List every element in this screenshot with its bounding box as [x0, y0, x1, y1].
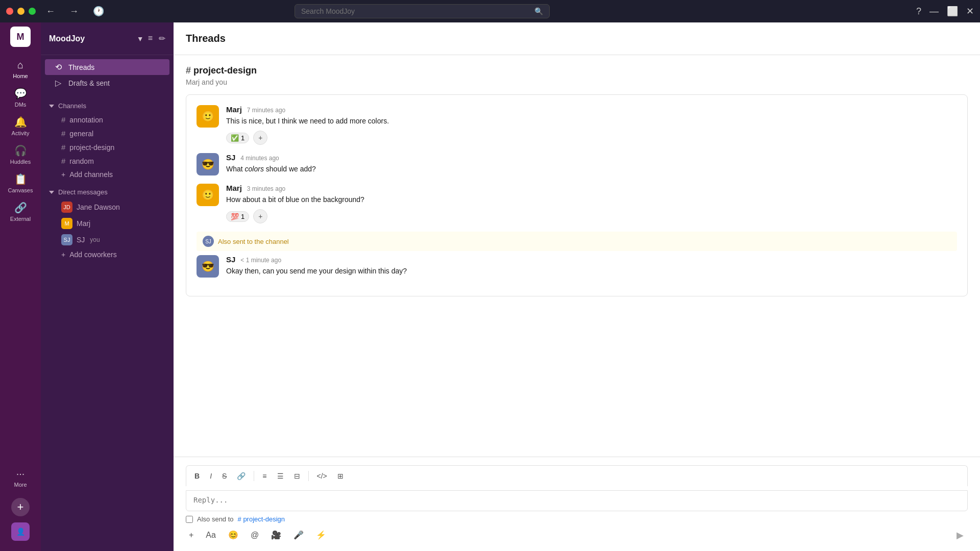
- dm-collapse-icon: [49, 191, 54, 194]
- code-button[interactable]: </>: [313, 470, 331, 482]
- link-button[interactable]: 🔗: [233, 470, 250, 482]
- filter-icon[interactable]: ≡: [148, 34, 153, 43]
- message-3-reactions: 💯 1 +: [226, 209, 957, 223]
- dm-marj[interactable]: M Marj: [45, 215, 169, 232]
- sidebar-item-huddles[interactable]: 🎧 Huddles: [4, 140, 37, 169]
- video-button[interactable]: 🎥: [268, 527, 284, 543]
- attach-button[interactable]: +: [186, 528, 197, 543]
- reaction-checkmark[interactable]: ✅ 1: [226, 133, 249, 143]
- activity-icon: 🔔: [14, 116, 27, 128]
- user-avatar-icon: 👤: [16, 528, 25, 536]
- dm-jane-dawson[interactable]: JD Jane Dawson: [45, 199, 169, 215]
- ordered-list-button[interactable]: ≡: [258, 470, 271, 482]
- avatar-icon-sj: 😎: [202, 158, 214, 170]
- bold-button[interactable]: B: [190, 470, 204, 482]
- workspace-name[interactable]: MoodJoy: [49, 34, 133, 43]
- minimize-icon[interactable]: —: [929, 6, 939, 17]
- maximize-icon[interactable]: ⬜: [947, 6, 958, 17]
- external-icon: 🔗: [14, 202, 27, 214]
- forward-button[interactable]: →: [65, 4, 83, 19]
- search-input[interactable]: [301, 7, 534, 15]
- add-channels-item[interactable]: + Add channels: [45, 168, 169, 181]
- channel-random[interactable]: # random: [45, 154, 169, 168]
- workspace-logo[interactable]: M: [10, 27, 31, 47]
- format-button[interactable]: Aa: [203, 528, 219, 543]
- italic-button[interactable]: I: [206, 470, 216, 482]
- avatar-icon-marj: 🙂: [202, 110, 214, 122]
- sidebar-threads[interactable]: ⟲ Threads: [45, 59, 169, 75]
- avatar-marj-1: 🙂: [197, 105, 219, 128]
- sidebar-item-external[interactable]: 🔗 External: [4, 197, 37, 226]
- search-icon: 🔍: [534, 7, 543, 15]
- channel-name: random: [69, 157, 93, 165]
- dm-section-header[interactable]: Direct messages: [41, 185, 174, 199]
- channels-section-header[interactable]: Channels: [41, 99, 174, 113]
- history-button[interactable]: 🕐: [89, 4, 108, 19]
- sidebar-item-dms[interactable]: 💬 DMs: [4, 83, 37, 112]
- search-bar[interactable]: 🔍: [295, 4, 550, 18]
- channel-general[interactable]: # general: [45, 127, 169, 140]
- huddles-label: Huddles: [10, 159, 31, 165]
- emoji-button[interactable]: 😊: [225, 527, 241, 543]
- strikethrough-button[interactable]: S: [218, 470, 231, 482]
- reaction-emoji-3: 💯: [231, 213, 239, 220]
- channel-name-heading: # project-design: [186, 65, 968, 76]
- shortcuts-button[interactable]: ⚡: [313, 527, 329, 543]
- user-avatar[interactable]: 👤: [11, 522, 30, 541]
- add-coworkers-item[interactable]: + Add coworkers: [45, 248, 169, 261]
- message-1-author: Marj: [226, 105, 242, 114]
- unordered-list-button[interactable]: ☰: [273, 470, 288, 482]
- minimize-button[interactable]: [17, 8, 24, 15]
- main-header: Threads: [174, 22, 980, 55]
- add-workspace-button[interactable]: +: [11, 498, 30, 516]
- message-3-content: Marj 3 minutes ago How about a bit of bl…: [226, 184, 957, 223]
- send-button[interactable]: ▶: [952, 528, 968, 543]
- channel-participants: Marj and you: [186, 78, 968, 86]
- more-label: More: [14, 482, 27, 488]
- compose-icon[interactable]: ✏: [159, 34, 165, 43]
- mention-button[interactable]: @: [248, 528, 262, 543]
- dm-sj[interactable]: SJ SJ you: [45, 232, 169, 248]
- message-4-text: Okay then, can you send me your design w…: [226, 266, 957, 277]
- add-reaction-3[interactable]: +: [253, 209, 267, 223]
- maximize-button[interactable]: [29, 8, 36, 15]
- message-1: 🙂 Marj 7 minutes ago This is nice, but I…: [197, 105, 957, 145]
- message-2-author: SJ: [226, 153, 235, 162]
- message-4: 😎 SJ < 1 minute ago Okay then, can you s…: [197, 255, 957, 278]
- channel-name: annotation: [69, 116, 103, 124]
- reply-input[interactable]: [193, 496, 960, 504]
- channel-name: general: [69, 130, 93, 138]
- reaction-100[interactable]: 💯 1: [226, 211, 249, 222]
- reply-area: B I S 🔗 ≡ ☰ ⊟ </> ⊞ Also send to # proje…: [174, 457, 980, 551]
- sidebar-item-activity[interactable]: 🔔 Activity: [4, 112, 37, 140]
- sidebar-item-home[interactable]: ⌂ Home: [4, 55, 37, 83]
- channel-project-design[interactable]: # project-design: [45, 140, 169, 154]
- channel-annotation[interactable]: # annotation: [45, 113, 169, 127]
- close-icon[interactable]: ✕: [966, 6, 974, 17]
- close-button[interactable]: [6, 8, 13, 15]
- main-content: Threads # project-design Marj and you 🙂: [174, 22, 980, 551]
- threads-icon: ⟲: [53, 62, 63, 72]
- dms-label: DMs: [15, 102, 27, 108]
- back-button[interactable]: ←: [42, 4, 59, 19]
- audio-button[interactable]: 🎤: [290, 527, 307, 543]
- dm-section-label: Direct messages: [58, 188, 108, 196]
- thread-channel-header: # project-design Marj and you: [186, 65, 968, 86]
- add-channels-icon: +: [61, 170, 65, 179]
- message-1-header: Marj 7 minutes ago: [226, 105, 957, 114]
- help-icon[interactable]: ?: [916, 6, 921, 17]
- sidebar: MoodJoy ▼ ≡ ✏ ⟲ Threads ▷ Drafts & sent …: [41, 22, 174, 551]
- reply-input-area[interactable]: [186, 490, 968, 511]
- avatar-sj-2: 😎: [197, 153, 219, 176]
- also-send-checkbox[interactable]: [186, 516, 193, 523]
- indent-button[interactable]: ⊟: [290, 470, 304, 482]
- sidebar-item-more[interactable]: ··· More: [4, 464, 37, 492]
- sidebar-item-canvases[interactable]: 📋 Canvases: [4, 169, 37, 197]
- activity-label: Activity: [12, 130, 30, 136]
- sidebar-drafts[interactable]: ▷ Drafts & sent: [45, 75, 169, 91]
- hash-icon: #: [61, 157, 65, 165]
- add-reaction-1[interactable]: +: [253, 131, 267, 145]
- block-button[interactable]: ⊞: [333, 470, 348, 482]
- message-3-author: Marj: [226, 184, 242, 192]
- message-2-header: SJ 4 minutes ago: [226, 153, 957, 162]
